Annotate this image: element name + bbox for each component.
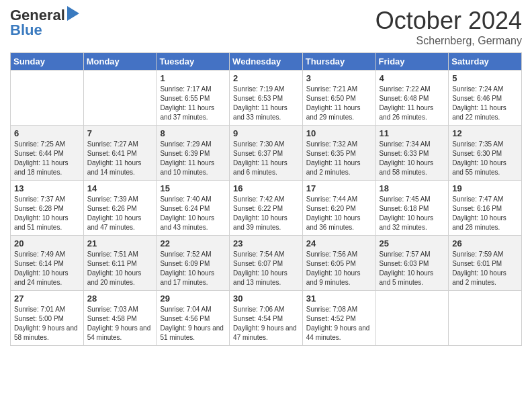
day-of-week-sunday: Sunday (11, 53, 84, 71)
day-number: 5 (452, 73, 518, 83)
day-number: 18 (380, 183, 445, 193)
week-row-1: 1Sunrise: 7:17 AM Sunset: 6:55 PM Daylig… (11, 71, 522, 126)
page-header: General Blue October 2024 Schernberg, Ge… (10, 7, 522, 47)
day-number: 17 (306, 183, 372, 193)
calendar-cell: 21Sunrise: 7:51 AM Sunset: 6:11 PM Dayli… (83, 236, 157, 291)
day-content: Sunrise: 7:17 AM Sunset: 6:55 PM Dayligh… (160, 85, 226, 122)
calendar-title: October 2024 (375, 7, 522, 35)
day-content: Sunrise: 7:57 AM Sunset: 6:03 PM Dayligh… (380, 250, 445, 287)
logo-arrow-icon (67, 6, 79, 24)
day-number: 29 (160, 293, 226, 304)
calendar-cell: 4Sunrise: 7:22 AM Sunset: 6:48 PM Daylig… (375, 71, 449, 126)
day-number: 15 (160, 183, 226, 193)
day-number: 24 (306, 238, 372, 248)
day-number: 14 (87, 183, 153, 193)
day-number: 28 (87, 293, 153, 304)
day-number: 4 (380, 73, 445, 83)
calendar-cell (375, 291, 449, 346)
day-of-week-monday: Monday (83, 53, 157, 71)
day-number: 30 (233, 293, 299, 304)
title-block: October 2024 Schernberg, Germany (375, 7, 522, 47)
calendar-cell: 27Sunrise: 7:01 AM Sunset: 5:00 PM Dayli… (11, 291, 84, 346)
calendar-cell: 29Sunrise: 7:04 AM Sunset: 4:56 PM Dayli… (157, 291, 230, 346)
day-number: 25 (380, 238, 445, 248)
calendar-header-row: SundayMondayTuesdayWednesdayThursdayFrid… (11, 53, 522, 71)
day-content: Sunrise: 7:34 AM Sunset: 6:33 PM Dayligh… (380, 140, 445, 177)
day-content: Sunrise: 7:49 AM Sunset: 6:14 PM Dayligh… (14, 250, 80, 287)
day-number: 1 (160, 73, 226, 83)
day-number: 22 (160, 238, 226, 248)
day-number: 12 (452, 128, 518, 138)
week-row-3: 13Sunrise: 7:37 AM Sunset: 6:28 PM Dayli… (11, 181, 522, 236)
day-number: 23 (233, 238, 299, 248)
calendar-cell: 16Sunrise: 7:42 AM Sunset: 6:22 PM Dayli… (230, 181, 303, 236)
calendar-cell (83, 71, 157, 126)
calendar-cell: 2Sunrise: 7:19 AM Sunset: 6:53 PM Daylig… (230, 71, 303, 126)
calendar-cell: 22Sunrise: 7:52 AM Sunset: 6:09 PM Dayli… (157, 236, 230, 291)
day-number: 16 (233, 183, 299, 193)
calendar-cell: 11Sunrise: 7:34 AM Sunset: 6:33 PM Dayli… (375, 126, 449, 181)
day-content: Sunrise: 7:35 AM Sunset: 6:30 PM Dayligh… (452, 140, 518, 177)
day-number: 31 (306, 293, 372, 304)
calendar-cell: 30Sunrise: 7:06 AM Sunset: 4:54 PM Dayli… (230, 291, 303, 346)
week-row-5: 27Sunrise: 7:01 AM Sunset: 5:00 PM Dayli… (11, 291, 522, 346)
day-number: 21 (87, 238, 153, 248)
day-content: Sunrise: 7:47 AM Sunset: 6:16 PM Dayligh… (452, 195, 518, 232)
day-content: Sunrise: 7:29 AM Sunset: 6:39 PM Dayligh… (160, 140, 226, 177)
calendar-cell: 20Sunrise: 7:49 AM Sunset: 6:14 PM Dayli… (11, 236, 84, 291)
day-content: Sunrise: 7:24 AM Sunset: 6:46 PM Dayligh… (452, 85, 518, 122)
day-number: 13 (14, 183, 80, 193)
day-content: Sunrise: 7:59 AM Sunset: 6:01 PM Dayligh… (452, 250, 518, 287)
day-of-week-tuesday: Tuesday (157, 53, 230, 71)
day-content: Sunrise: 7:51 AM Sunset: 6:11 PM Dayligh… (87, 250, 153, 287)
day-number: 27 (14, 293, 80, 304)
day-content: Sunrise: 7:01 AM Sunset: 5:00 PM Dayligh… (14, 305, 80, 342)
day-content: Sunrise: 7:45 AM Sunset: 6:18 PM Dayligh… (380, 195, 445, 232)
day-content: Sunrise: 7:04 AM Sunset: 4:56 PM Dayligh… (160, 305, 226, 342)
calendar-cell: 31Sunrise: 7:08 AM Sunset: 4:52 PM Dayli… (302, 291, 375, 346)
calendar-cell: 28Sunrise: 7:03 AM Sunset: 4:58 PM Dayli… (83, 291, 157, 346)
day-content: Sunrise: 7:08 AM Sunset: 4:52 PM Dayligh… (306, 305, 372, 342)
calendar-cell: 26Sunrise: 7:59 AM Sunset: 6:01 PM Dayli… (449, 236, 522, 291)
day-content: Sunrise: 7:19 AM Sunset: 6:53 PM Dayligh… (233, 85, 299, 122)
day-of-week-thursday: Thursday (302, 53, 375, 71)
day-content: Sunrise: 7:44 AM Sunset: 6:20 PM Dayligh… (306, 195, 372, 232)
calendar-cell: 8Sunrise: 7:29 AM Sunset: 6:39 PM Daylig… (157, 126, 230, 181)
day-of-week-friday: Friday (375, 53, 449, 71)
day-content: Sunrise: 7:30 AM Sunset: 6:37 PM Dayligh… (233, 140, 299, 177)
day-number: 9 (233, 128, 299, 138)
day-content: Sunrise: 7:21 AM Sunset: 6:50 PM Dayligh… (306, 85, 372, 122)
calendar-cell: 19Sunrise: 7:47 AM Sunset: 6:16 PM Dayli… (449, 181, 522, 236)
day-content: Sunrise: 7:25 AM Sunset: 6:44 PM Dayligh… (14, 140, 80, 177)
day-content: Sunrise: 7:52 AM Sunset: 6:09 PM Dayligh… (160, 250, 226, 287)
logo-blue-text: Blue (10, 21, 42, 38)
day-number: 20 (14, 238, 80, 248)
calendar-cell: 14Sunrise: 7:39 AM Sunset: 6:26 PM Dayli… (83, 181, 157, 236)
day-number: 3 (306, 73, 372, 83)
day-content: Sunrise: 7:37 AM Sunset: 6:28 PM Dayligh… (14, 195, 80, 232)
day-number: 2 (233, 73, 299, 83)
day-content: Sunrise: 7:54 AM Sunset: 6:07 PM Dayligh… (233, 250, 299, 287)
calendar-cell: 13Sunrise: 7:37 AM Sunset: 6:28 PM Dayli… (11, 181, 84, 236)
calendar-cell: 1Sunrise: 7:17 AM Sunset: 6:55 PM Daylig… (157, 71, 230, 126)
calendar-cell (449, 291, 522, 346)
calendar-cell: 17Sunrise: 7:44 AM Sunset: 6:20 PM Dayli… (302, 181, 375, 236)
day-content: Sunrise: 7:06 AM Sunset: 4:54 PM Dayligh… (233, 305, 299, 342)
calendar-cell: 6Sunrise: 7:25 AM Sunset: 6:44 PM Daylig… (11, 126, 84, 181)
day-number: 6 (14, 128, 80, 138)
calendar-cell: 10Sunrise: 7:32 AM Sunset: 6:35 PM Dayli… (302, 126, 375, 181)
day-content: Sunrise: 7:22 AM Sunset: 6:48 PM Dayligh… (380, 85, 445, 122)
day-content: Sunrise: 7:56 AM Sunset: 6:05 PM Dayligh… (306, 250, 372, 287)
calendar-cell: 24Sunrise: 7:56 AM Sunset: 6:05 PM Dayli… (302, 236, 375, 291)
calendar-table: SundayMondayTuesdayWednesdayThursdayFrid… (10, 52, 522, 346)
day-content: Sunrise: 7:42 AM Sunset: 6:22 PM Dayligh… (233, 195, 299, 232)
calendar-cell: 9Sunrise: 7:30 AM Sunset: 6:37 PM Daylig… (230, 126, 303, 181)
svg-marker-0 (67, 6, 79, 21)
day-content: Sunrise: 7:40 AM Sunset: 6:24 PM Dayligh… (160, 195, 226, 232)
calendar-location: Schernberg, Germany (375, 35, 522, 47)
week-row-4: 20Sunrise: 7:49 AM Sunset: 6:14 PM Dayli… (11, 236, 522, 291)
day-content: Sunrise: 7:39 AM Sunset: 6:26 PM Dayligh… (87, 195, 153, 232)
day-of-week-wednesday: Wednesday (230, 53, 303, 71)
day-content: Sunrise: 7:32 AM Sunset: 6:35 PM Dayligh… (306, 140, 372, 177)
calendar-cell (11, 71, 84, 126)
